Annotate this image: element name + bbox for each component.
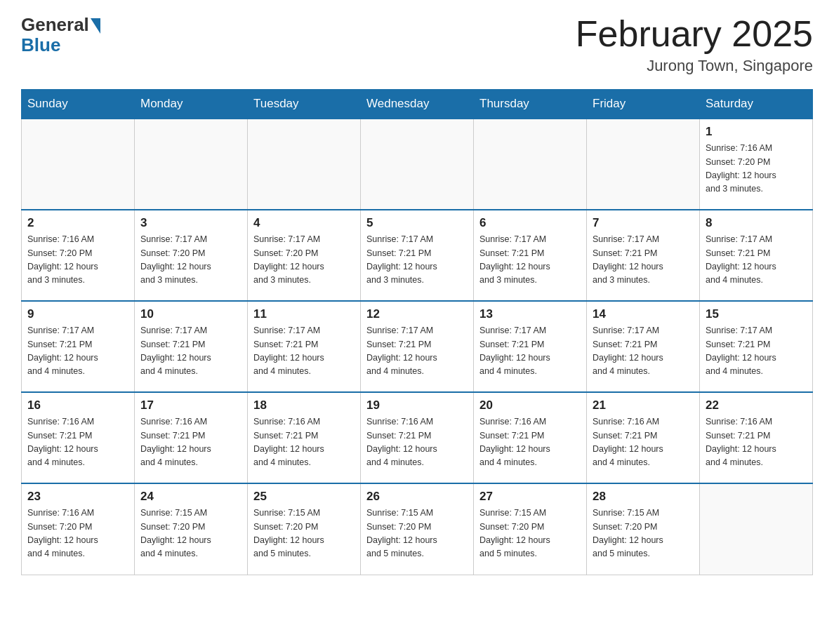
- calendar-cell: 13Sunrise: 7:17 AMSunset: 7:21 PMDayligh…: [474, 301, 587, 392]
- logo-blue-text: Blue: [21, 34, 60, 56]
- calendar-cell: 15Sunrise: 7:17 AMSunset: 7:21 PMDayligh…: [700, 301, 813, 392]
- calendar-cell: 14Sunrise: 7:17 AMSunset: 7:21 PMDayligh…: [587, 301, 700, 392]
- calendar-cell: 6Sunrise: 7:17 AMSunset: 7:21 PMDaylight…: [474, 210, 587, 301]
- calendar-cell: 22Sunrise: 7:16 AMSunset: 7:21 PMDayligh…: [700, 392, 813, 483]
- day-number: 5: [366, 216, 468, 230]
- day-info: Sunrise: 7:16 AMSunset: 7:21 PMDaylight:…: [479, 415, 581, 470]
- day-number: 26: [366, 490, 468, 504]
- week-row-4: 16Sunrise: 7:16 AMSunset: 7:21 PMDayligh…: [22, 392, 813, 483]
- day-info: Sunrise: 7:17 AMSunset: 7:21 PMDaylight:…: [593, 233, 694, 288]
- calendar-cell: 25Sunrise: 7:15 AMSunset: 7:20 PMDayligh…: [248, 483, 361, 575]
- column-header-thursday: Thursday: [474, 90, 587, 119]
- day-number: 1: [706, 125, 807, 139]
- column-header-monday: Monday: [135, 90, 248, 119]
- calendar-cell: [248, 119, 361, 210]
- calendar-cell: 9Sunrise: 7:17 AMSunset: 7:21 PMDaylight…: [22, 301, 135, 392]
- day-number: 19: [366, 398, 468, 412]
- day-number: 22: [706, 398, 807, 412]
- calendar-cell: 3Sunrise: 7:17 AMSunset: 7:20 PMDaylight…: [135, 210, 248, 301]
- day-info: Sunrise: 7:16 AMSunset: 7:20 PMDaylight:…: [27, 507, 128, 561]
- day-info: Sunrise: 7:17 AMSunset: 7:21 PMDaylight:…: [140, 324, 241, 379]
- day-info: Sunrise: 7:17 AMSunset: 7:21 PMDaylight:…: [706, 233, 807, 288]
- day-info: Sunrise: 7:17 AMSunset: 7:21 PMDaylight:…: [253, 324, 355, 379]
- day-info: Sunrise: 7:16 AMSunset: 7:21 PMDaylight:…: [27, 415, 128, 470]
- calendar-cell: 2Sunrise: 7:16 AMSunset: 7:20 PMDaylight…: [22, 210, 135, 301]
- month-title: February 2025: [576, 14, 813, 54]
- calendar-cell: 18Sunrise: 7:16 AMSunset: 7:21 PMDayligh…: [248, 392, 361, 483]
- day-info: Sunrise: 7:17 AMSunset: 7:20 PMDaylight:…: [140, 233, 241, 288]
- day-number: 28: [593, 490, 694, 504]
- calendar-cell: [361, 119, 474, 210]
- column-header-saturday: Saturday: [700, 90, 813, 119]
- day-number: 6: [479, 216, 581, 230]
- day-number: 23: [27, 490, 128, 504]
- column-header-wednesday: Wednesday: [361, 90, 474, 119]
- day-info: Sunrise: 7:17 AMSunset: 7:21 PMDaylight:…: [706, 324, 807, 379]
- day-info: Sunrise: 7:16 AMSunset: 7:21 PMDaylight:…: [706, 415, 807, 470]
- calendar-cell: 20Sunrise: 7:16 AMSunset: 7:21 PMDayligh…: [474, 392, 587, 483]
- day-number: 20: [479, 398, 581, 412]
- page-header: General Blue February 2025 Jurong Town, …: [21, 14, 813, 75]
- calendar-cell: 19Sunrise: 7:16 AMSunset: 7:21 PMDayligh…: [361, 392, 474, 483]
- calendar-cell: [474, 119, 587, 210]
- day-number: 11: [253, 307, 355, 321]
- calendar-cell: 12Sunrise: 7:17 AMSunset: 7:21 PMDayligh…: [361, 301, 474, 392]
- day-number: 18: [253, 398, 355, 412]
- week-row-5: 23Sunrise: 7:16 AMSunset: 7:20 PMDayligh…: [22, 483, 813, 575]
- day-info: Sunrise: 7:17 AMSunset: 7:21 PMDaylight:…: [366, 324, 468, 379]
- calendar-cell: 1Sunrise: 7:16 AMSunset: 7:20 PMDaylight…: [700, 119, 813, 210]
- calendar-cell: 27Sunrise: 7:15 AMSunset: 7:20 PMDayligh…: [474, 483, 587, 575]
- day-info: Sunrise: 7:17 AMSunset: 7:20 PMDaylight:…: [253, 233, 355, 288]
- day-info: Sunrise: 7:16 AMSunset: 7:21 PMDaylight:…: [253, 415, 355, 470]
- day-number: 14: [593, 307, 694, 321]
- day-number: 9: [27, 307, 128, 321]
- calendar-cell: 17Sunrise: 7:16 AMSunset: 7:21 PMDayligh…: [135, 392, 248, 483]
- logo-triangle-icon: [91, 18, 100, 34]
- day-info: Sunrise: 7:17 AMSunset: 7:21 PMDaylight:…: [27, 324, 128, 379]
- calendar-cell: 10Sunrise: 7:17 AMSunset: 7:21 PMDayligh…: [135, 301, 248, 392]
- location-text: Jurong Town, Singapore: [576, 57, 813, 75]
- day-info: Sunrise: 7:15 AMSunset: 7:20 PMDaylight:…: [479, 507, 581, 561]
- week-row-1: 1Sunrise: 7:16 AMSunset: 7:20 PMDaylight…: [22, 119, 813, 210]
- day-number: 8: [706, 216, 807, 230]
- day-info: Sunrise: 7:15 AMSunset: 7:20 PMDaylight:…: [253, 507, 355, 561]
- calendar-cell: 26Sunrise: 7:15 AMSunset: 7:20 PMDayligh…: [361, 483, 474, 575]
- day-info: Sunrise: 7:16 AMSunset: 7:21 PMDaylight:…: [366, 415, 468, 470]
- calendar-header-row: SundayMondayTuesdayWednesdayThursdayFrid…: [22, 90, 813, 119]
- logo-general-text: General: [21, 14, 89, 36]
- day-number: 16: [27, 398, 128, 412]
- day-info: Sunrise: 7:15 AMSunset: 7:20 PMDaylight:…: [366, 507, 468, 561]
- calendar-cell: [22, 119, 135, 210]
- day-number: 7: [593, 216, 694, 230]
- title-section: February 2025 Jurong Town, Singapore: [576, 14, 813, 75]
- calendar-cell: [135, 119, 248, 210]
- day-number: 17: [140, 398, 241, 412]
- day-info: Sunrise: 7:15 AMSunset: 7:20 PMDaylight:…: [140, 507, 241, 561]
- calendar-cell: 16Sunrise: 7:16 AMSunset: 7:21 PMDayligh…: [22, 392, 135, 483]
- day-number: 10: [140, 307, 241, 321]
- day-number: 13: [479, 307, 581, 321]
- column-header-friday: Friday: [587, 90, 700, 119]
- calendar-cell: [587, 119, 700, 210]
- calendar-cell: 23Sunrise: 7:16 AMSunset: 7:20 PMDayligh…: [22, 483, 135, 575]
- week-row-3: 9Sunrise: 7:17 AMSunset: 7:21 PMDaylight…: [22, 301, 813, 392]
- calendar-cell: 28Sunrise: 7:15 AMSunset: 7:20 PMDayligh…: [587, 483, 700, 575]
- calendar-table: SundayMondayTuesdayWednesdayThursdayFrid…: [21, 89, 813, 575]
- column-header-tuesday: Tuesday: [248, 90, 361, 119]
- day-info: Sunrise: 7:16 AMSunset: 7:20 PMDaylight:…: [27, 233, 128, 288]
- calendar-cell: [700, 483, 813, 575]
- day-number: 24: [140, 490, 241, 504]
- calendar-cell: 21Sunrise: 7:16 AMSunset: 7:21 PMDayligh…: [587, 392, 700, 483]
- day-info: Sunrise: 7:16 AMSunset: 7:20 PMDaylight:…: [706, 142, 807, 196]
- calendar-cell: 7Sunrise: 7:17 AMSunset: 7:21 PMDaylight…: [587, 210, 700, 301]
- day-info: Sunrise: 7:15 AMSunset: 7:20 PMDaylight:…: [593, 507, 694, 561]
- week-row-2: 2Sunrise: 7:16 AMSunset: 7:20 PMDaylight…: [22, 210, 813, 301]
- day-number: 4: [253, 216, 355, 230]
- column-header-sunday: Sunday: [22, 90, 135, 119]
- calendar-cell: 8Sunrise: 7:17 AMSunset: 7:21 PMDaylight…: [700, 210, 813, 301]
- day-info: Sunrise: 7:17 AMSunset: 7:21 PMDaylight:…: [593, 324, 694, 379]
- day-number: 12: [366, 307, 468, 321]
- day-info: Sunrise: 7:17 AMSunset: 7:21 PMDaylight:…: [479, 233, 581, 288]
- day-number: 15: [706, 307, 807, 321]
- logo: General Blue: [21, 14, 100, 56]
